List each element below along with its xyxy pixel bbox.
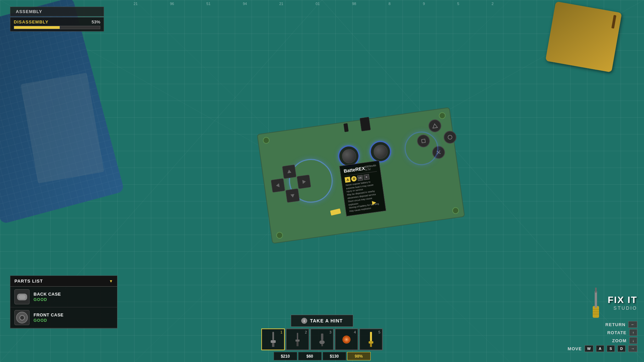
move-label: MOVE (568, 346, 582, 351)
fix-it-text: FIX IT STUDIO (608, 295, 637, 311)
return-label: RETURN (605, 322, 626, 327)
ruler-num: 21 (279, 2, 283, 6)
tool-1-image (266, 333, 280, 346)
zoom-label: ZOOM (612, 338, 627, 343)
disassembly-container: DISASSEMBLY 53% (10, 17, 104, 32)
tool-slot-5-number: 5 (378, 330, 380, 334)
right-controls-panel: FIX IT STUDIO RETURN ← ROTATE ↑ ZOOM (568, 288, 637, 352)
ruler-num: 51 (206, 2, 210, 6)
svg-rect-29 (370, 344, 372, 347)
assembly-label: ASSEMBLY (16, 9, 42, 14)
svg-marker-8 (276, 183, 280, 188)
svg-rect-19 (296, 340, 300, 342)
tool-slot-3-number: 3 (329, 330, 331, 334)
currency-slot-1: $210 (274, 352, 297, 360)
ruler-num: 9 (423, 2, 425, 6)
rotate-key: ↑ (629, 329, 637, 336)
parts-list-item-back-case[interactable]: BACK CASE GOOD (10, 287, 117, 307)
svg-rect-21 (321, 334, 323, 340)
battery-brand: BatteREX (343, 166, 365, 174)
ruler-num: 98 (352, 2, 356, 6)
front-case-name: FRONT CASE (34, 312, 113, 317)
svg-point-22 (319, 340, 325, 344)
battery-label: BatteREX 6000mAh 3.7V ⚠ ♻ CE ✕ Never exp… (339, 160, 386, 216)
front-case-status: GOOD (34, 318, 113, 323)
hint-button[interactable]: i TAKE A HINT (291, 315, 353, 327)
tool-slot-3[interactable]: 3 (310, 328, 334, 350)
disassembly-percent: 53% (92, 19, 100, 24)
rotate-label: ROTATE (607, 330, 627, 335)
ruler-num: 2 (492, 2, 494, 6)
top-right-box-object (545, 1, 622, 72)
back-case-status: GOOD (34, 297, 113, 302)
tool-2-image (291, 333, 304, 346)
screwdriver-logo-icon (587, 288, 605, 318)
svg-marker-10 (432, 123, 438, 128)
tool-slot-2-number: 2 (305, 330, 307, 334)
tool-slot-4[interactable]: 4 (335, 328, 358, 350)
tool-slot-2[interactable]: 2 (286, 328, 309, 350)
parts-list-item-front-case[interactable]: FRONT CASE GOOD (10, 307, 117, 328)
svg-rect-17 (272, 343, 274, 347)
svg-point-11 (448, 135, 452, 140)
svg-rect-18 (297, 333, 298, 340)
svg-marker-6 (287, 169, 291, 173)
svg-rect-31 (595, 291, 597, 308)
tool-4-image (340, 333, 353, 346)
currency-slot-3: $130 (323, 352, 346, 360)
right-analog (368, 139, 392, 164)
tool-3-image (315, 333, 329, 346)
fix-it-subtitle: STUDIO (608, 305, 637, 311)
progress-bar-fill (14, 26, 60, 29)
move-key-arrow: → (628, 345, 637, 352)
back-case-name: BACK CASE (34, 292, 113, 297)
control-rotate: ROTATE ↑ (607, 329, 637, 336)
controls-list: RETURN ← ROTATE ↑ ZOOM ↓ MOVE W A S D → (568, 321, 637, 352)
parts-list-dropdown-icon[interactable]: ▼ (109, 279, 113, 284)
move-key-d: D (618, 345, 626, 352)
back-case-icon (14, 289, 30, 304)
tool-slots: 1 2 (261, 328, 383, 350)
parts-list-panel: PARTS LIST ▼ BACK CASE GOOD FRO (10, 276, 117, 328)
fix-it-title: FIX IT (608, 295, 637, 305)
svg-rect-20 (297, 342, 299, 346)
tool-slot-1[interactable]: 1 (261, 328, 285, 350)
assembly-tab[interactable]: ASSEMBLY (10, 7, 104, 16)
currency-row: $210 $60 $130 98% (274, 352, 371, 360)
move-key-w: W (585, 345, 593, 352)
svg-marker-7 (290, 194, 295, 198)
zoom-key: ↓ (629, 337, 637, 344)
fix-it-logo: FIX IT STUDIO (587, 288, 637, 318)
tool-5-image (364, 333, 378, 346)
control-move: MOVE W A S D → (568, 345, 637, 352)
tool-slot-4-number: 4 (354, 330, 356, 334)
battery-detail: Never expose battery to extreme heat it … (345, 179, 382, 213)
svg-rect-15 (272, 332, 274, 340)
svg-rect-23 (321, 344, 323, 346)
move-key-a: A (596, 345, 604, 352)
hint-icon: i (301, 318, 307, 324)
progress-bar-bg (14, 26, 100, 29)
move-key-s: S (607, 345, 615, 352)
svg-rect-27 (370, 332, 372, 341)
parts-list-title: PARTS LIST (14, 279, 43, 284)
bottom-center-panel: i TAKE A HINT 1 2 (261, 315, 383, 360)
currency-slot-2: $60 (298, 352, 322, 360)
svg-rect-32 (595, 288, 597, 293)
control-return: RETURN ← (605, 321, 637, 328)
svg-point-26 (345, 339, 347, 341)
back-case-info: BACK CASE GOOD (34, 292, 113, 302)
tool-slot-5[interactable]: 5 (359, 328, 383, 350)
svg-rect-28 (369, 341, 373, 344)
ruler-num: 96 (170, 2, 174, 6)
svg-marker-9 (302, 180, 306, 184)
front-case-info: FRONT CASE GOOD (34, 312, 113, 323)
front-case-icon (14, 310, 30, 325)
disassembly-label: DISASSEMBLY (14, 19, 49, 24)
currency-slot-4: 98% (347, 352, 371, 360)
return-key: ← (628, 321, 637, 328)
parts-list-header[interactable]: PARTS LIST ▼ (10, 276, 117, 287)
game-workspace: 21 96 51 94 21 01 98 8 9 5 2 (0, 0, 644, 362)
progress-panel: ASSEMBLY DISASSEMBLY 53% (10, 7, 117, 32)
svg-rect-16 (271, 340, 276, 343)
